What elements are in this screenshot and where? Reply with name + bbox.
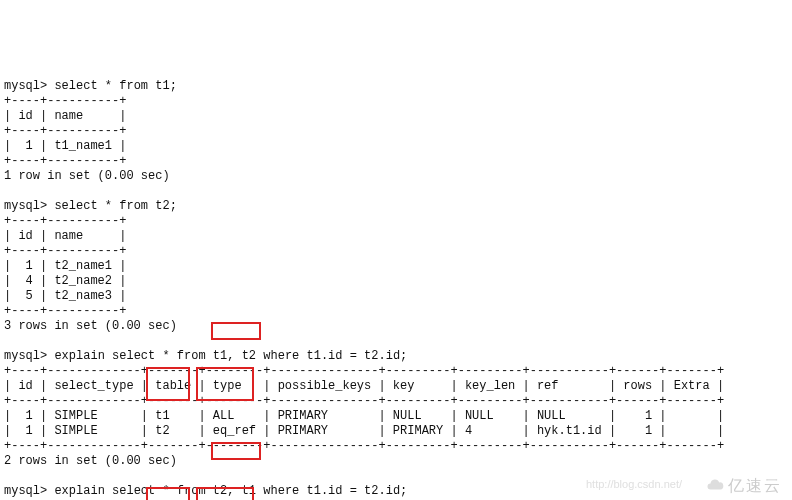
result-footer: 2 rows in set (0.00 sec) (4, 454, 177, 468)
table-sep: +----+----------+ (4, 124, 126, 138)
cmd-post: where t1.id = t2.id; (256, 484, 407, 498)
table-sep: +----+----------+ (4, 304, 126, 318)
table-row: | 1 | SIMPLE | t1 | ALL | PRIMARY | NULL… (4, 409, 724, 423)
prompt: mysql> (4, 79, 47, 93)
table-sep: +----+----------+ (4, 214, 126, 228)
table-header: | id | name | (4, 109, 126, 123)
table-sep: +----+-------------+-------+--------+---… (4, 394, 724, 408)
table-row: | 1 | t2_name1 | (4, 259, 126, 273)
cmd-pre: explain select * from (54, 349, 212, 363)
table-sep: +----+----------+ (4, 244, 126, 258)
prompt: mysql> (4, 199, 47, 213)
table-header: | id | select_type | table | type | poss… (4, 379, 724, 393)
cmd-highlight: t1, t2 (213, 349, 256, 363)
watermark-url: http://blog.csdn.net/ (586, 477, 682, 492)
sql-command: select * from t1; (54, 79, 176, 93)
prompt: mysql> (4, 484, 47, 498)
highlight-box-table-col (146, 487, 190, 500)
highlight-box-type-col (196, 487, 254, 500)
table-header: | id | name | (4, 229, 126, 243)
cloud-icon (706, 476, 724, 494)
terminal-output: mysql> select * from t1; +----+---------… (4, 64, 788, 500)
result-footer: 1 row in set (0.00 sec) (4, 169, 170, 183)
table-sep: +----+----------+ (4, 94, 126, 108)
table-sep: +----+-------------+-------+--------+---… (4, 439, 724, 453)
highlight-box-from-clause (211, 322, 261, 340)
watermark-text: 亿速云 (728, 478, 782, 493)
highlight-box-table-col (146, 367, 190, 401)
highlight-box-from-clause (211, 442, 261, 460)
table-row: | 5 | t2_name3 | (4, 289, 126, 303)
table-row: | 4 | t2_name2 | (4, 274, 126, 288)
table-sep: +----+----------+ (4, 154, 126, 168)
table-row: | 1 | SIMPLE | t2 | eq_ref | PRIMARY | P… (4, 424, 724, 438)
prompt: mysql> (4, 349, 47, 363)
watermark-logo: 亿速云 (706, 476, 782, 494)
table-sep: +----+-------------+-------+--------+---… (4, 364, 724, 378)
result-footer: 3 rows in set (0.00 sec) (4, 319, 177, 333)
cmd-post: where t1.id = t2.id; (256, 349, 407, 363)
highlight-box-type-col (196, 367, 254, 401)
table-row: | 1 | t1_name1 | (4, 139, 126, 153)
sql-command: select * from t2; (54, 199, 176, 213)
